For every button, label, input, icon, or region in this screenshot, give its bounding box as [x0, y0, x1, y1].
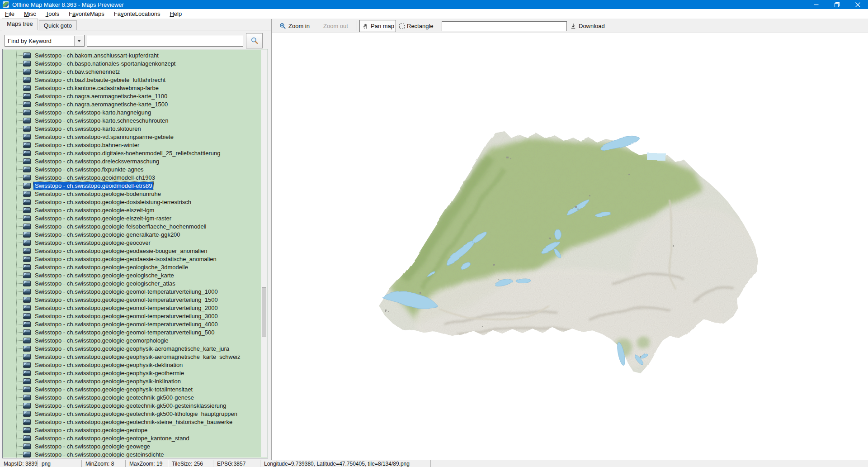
tree-item-label: Swisstopo - ch.swisstopo.geologie-geophy… [33, 386, 194, 393]
tree-item-label: Swisstopo - ch.swisstopo.geologie-geophy… [33, 369, 185, 377]
tree-item-selected[interactable]: Swisstopo - ch.swisstopo.geoidmodell-etr… [3, 181, 261, 190]
menu-file[interactable]: File [2, 10, 17, 18]
menu-favoritelocations[interactable]: FavoriteLocations [111, 10, 163, 18]
tree-item[interactable]: Swisstopo - ch.bazl.bebaute-gebiete_luft… [3, 76, 261, 84]
tree-item[interactable]: Swisstopo - ch.swisstopo.geologie-geomor… [3, 336, 261, 344]
tree-item[interactable]: Swisstopo - ch.swisstopo.geologie-geoweg… [3, 442, 261, 450]
map-layer-icon [23, 110, 31, 115]
menu-misc[interactable]: Misc [21, 10, 39, 18]
zoom-in-button[interactable]: Zoom in [279, 19, 310, 33]
tree-item[interactable]: Swisstopo - ch.swisstopo.geoidmodell-ch1… [3, 173, 261, 181]
tree-item[interactable]: Swisstopo - ch.swisstopo.geologie-geomol… [3, 328, 261, 336]
menu-favoritemaps[interactable]: FavoriteMaps [66, 10, 107, 18]
tree-item[interactable]: Swisstopo - ch.swisstopo.geologie-geodae… [3, 255, 261, 263]
tree-item[interactable]: Swisstopo - ch.nagra.aeromagnetische-kar… [3, 100, 261, 108]
rectangle-button[interactable]: Rectangle [399, 19, 434, 33]
tree-item[interactable]: Swisstopo - ch.swisstopo.geologie-geophy… [3, 353, 261, 361]
tree-item[interactable]: Swisstopo - ch.swisstopo.geologie-geophy… [3, 361, 261, 369]
tree-item[interactable]: Swisstopo - ch.swisstopo-karto.skitouren [3, 124, 261, 133]
minimize-button[interactable] [806, 0, 826, 9]
map-layer-icon [23, 256, 31, 262]
tree-item[interactable]: Swisstopo - ch.swisstopo.geologie-geotop… [3, 426, 261, 434]
restore-button[interactable] [826, 0, 847, 9]
map-viewport[interactable] [272, 33, 868, 460]
map-layer-icon [23, 419, 31, 425]
tree-item-label: Swisstopo - ch.swisstopo-karto.schneesch… [33, 117, 170, 124]
map-layer-icon [23, 272, 31, 278]
find-mode-combobox[interactable]: Find by Keyword [5, 35, 85, 47]
tree-item[interactable]: Swisstopo - ch.kantone.cadastralwebmap-f… [3, 84, 261, 92]
menu-tools[interactable]: Tools [43, 10, 62, 18]
tree-item-label: Swisstopo - ch.swisstopo.geologie-geodae… [33, 247, 209, 255]
tree-item[interactable]: Swisstopo - ch.swisstopo.geologie-geocov… [3, 238, 261, 247]
tree-item[interactable]: Swisstopo - ch.swisstopo.digitales-hoehe… [3, 149, 261, 157]
tree-item[interactable]: Swisstopo - ch.swisstopo.geologie-geomol… [3, 304, 261, 312]
tree-item-label: Swisstopo - ch.bav.schienennetz [33, 68, 121, 76]
tree-item[interactable]: Swisstopo - ch.swisstopo.geologie-geophy… [3, 369, 261, 377]
chevron-down-icon[interactable] [74, 36, 84, 46]
tree-item[interactable]: Swisstopo - ch.swisstopo.geologie-geotec… [3, 393, 261, 401]
tree-item[interactable]: Swisstopo - ch.swisstopo-karto.schneesch… [3, 116, 261, 124]
tree-item[interactable]: Swisstopo - ch.swisstopo.geologie-genera… [3, 230, 261, 238]
close-button[interactable] [847, 0, 868, 9]
terrain-grain [377, 130, 760, 378]
pan-map-button-pressed[interactable]: Pan map [359, 20, 396, 32]
tree-item[interactable]: Swisstopo - ch.swisstopo.geologie-geolog… [3, 279, 261, 287]
map-layer-icon [23, 52, 31, 58]
tree-item[interactable]: Swisstopo - ch.bav.schienennetz [3, 67, 261, 76]
map-layer-icon [23, 452, 31, 457]
tree-item[interactable]: Swisstopo - ch.swisstopo.geologie-geomol… [3, 312, 261, 320]
tree-item[interactable]: Swisstopo - ch.swisstopo.geologie-geotec… [3, 401, 261, 410]
tree-item[interactable]: Swisstopo - ch.swisstopo.geologie-geophy… [3, 344, 261, 353]
hand-icon [363, 23, 368, 29]
tree-item[interactable]: Swisstopo - ch.swisstopo-vd.spannungsarm… [3, 133, 261, 141]
download-button[interactable]: Download [570, 19, 605, 33]
tree-item[interactable]: Swisstopo - ch.swisstopo.geologie-bodenu… [3, 190, 261, 198]
status-panel-6: Longitude=9.739380, Latitude=47.750405, … [260, 460, 431, 467]
tree-item[interactable]: Swisstopo - ch.bakom.anschlussart-kupfer… [3, 51, 261, 59]
tree-item[interactable]: Swisstopo - ch.swisstopo.geologie-geophy… [3, 385, 261, 393]
menu-help[interactable]: Help [167, 10, 184, 18]
toolbar-input[interactable] [442, 21, 567, 31]
list-scrollbar[interactable] [261, 50, 267, 457]
map-canvas[interactable] [377, 130, 760, 378]
tree-item[interactable]: Swisstopo - ch.swisstopo.fixpunkte-agnes [3, 165, 261, 173]
tree-item[interactable]: Swisstopo - ch.nagra.aeromagnetische-kar… [3, 92, 261, 100]
tree-item[interactable]: Swisstopo - ch.swisstopo.geologie-eiszei… [3, 206, 261, 214]
tree-item[interactable]: Swisstopo - ch.swisstopo.geologie-geomol… [3, 287, 261, 295]
map-layer-icon [23, 85, 31, 91]
tree-item[interactable]: Swisstopo - ch.swisstopo.geologie-geodae… [3, 247, 261, 255]
list-scrollbar-thumb[interactable] [262, 287, 266, 337]
tree-item[interactable]: Swisstopo - ch.swisstopo.geologie-eiszei… [3, 214, 261, 222]
keyword-input[interactable] [87, 35, 243, 47]
tab-quick-goto[interactable]: Quick goto [39, 20, 77, 30]
status-panel-1: png [38, 460, 82, 467]
tree-item[interactable]: Swisstopo - ch.swisstopo-karto.hangneigu… [3, 108, 261, 116]
tree-item[interactable]: Swisstopo - ch.swisstopo.bahnen-winter [3, 141, 261, 149]
tree-item-label: Swisstopo - ch.bakom.anschlussart-kupfer… [33, 52, 160, 59]
tree-item[interactable]: Swisstopo - ch.swisstopo.geologie-felsob… [3, 222, 261, 230]
magnifier-icon [250, 37, 259, 45]
tree-item[interactable]: Swisstopo - ch.swisstopo.geologie-geolog… [3, 263, 261, 271]
app-window: Offline Map Maker 8.363 - Maps Previewer… [0, 0, 868, 467]
tree-item[interactable]: Swisstopo - ch.swisstopo.geologie-geolog… [3, 271, 261, 279]
search-button[interactable] [246, 33, 263, 48]
tree-item[interactable]: Swisstopo - ch.swisstopo.geologie-gestei… [3, 450, 261, 457]
tree-item-label: Swisstopo - ch.swisstopo.geologie-felsob… [33, 223, 208, 230]
toolbar-separator [357, 21, 357, 31]
map-layer-icon [23, 443, 31, 449]
tree-item[interactable]: Swisstopo - ch.swisstopo.geologie-geotop… [3, 434, 261, 442]
tree-item[interactable]: Swisstopo - ch.swisstopo.geologie-geophy… [3, 377, 261, 385]
app-icon [3, 1, 9, 8]
maps-tree-rows: Swisstopo - ch.bakom.anschlussart-kupfer… [3, 51, 261, 457]
maps-tree-list[interactable]: Swisstopo - ch.bakom.anschlussart-kupfer… [2, 49, 268, 458]
tab-maps-tree[interactable]: Maps tree [2, 19, 38, 30]
tree-item[interactable]: Swisstopo - ch.baspo.nationales-sportanl… [3, 59, 261, 67]
tree-item[interactable]: Swisstopo - ch.swisstopo.geologie-dosisl… [3, 198, 261, 206]
map-layer-icon [23, 199, 31, 205]
tree-item[interactable]: Swisstopo - ch.swisstopo.geologie-geotec… [3, 410, 261, 418]
tree-item[interactable]: Swisstopo - ch.swisstopo.geologie-geomol… [3, 320, 261, 328]
tree-item[interactable]: Swisstopo - ch.swisstopo.dreiecksvermasc… [3, 157, 261, 165]
tree-item[interactable]: Swisstopo - ch.swisstopo.geologie-geomol… [3, 295, 261, 304]
tree-item[interactable]: Swisstopo - ch.swisstopo.geologie-geotec… [3, 418, 261, 426]
